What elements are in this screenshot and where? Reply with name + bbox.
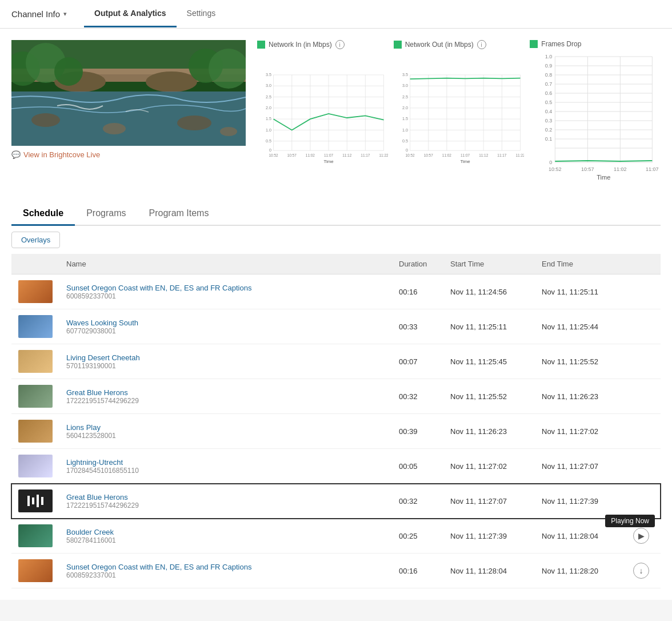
play-button[interactable]: ▶ <box>633 528 649 544</box>
item-name-link[interactable]: Lions Play <box>66 423 101 432</box>
network-in-info-icon[interactable]: i <box>335 40 345 49</box>
item-id: 1702845451016855110 <box>66 467 385 475</box>
item-end-time: Nov 11, 11:27:07 <box>535 449 626 484</box>
svg-point-7 <box>31 113 60 127</box>
item-name-link[interactable]: Great Blue Herons <box>66 493 128 501</box>
item-name-cell: Boulder Creek5802784116001 <box>59 519 392 554</box>
item-name-link[interactable]: Sunset Oregon Coast with EN, DE, ES and … <box>66 284 251 292</box>
item-id: 1722219515744296229 <box>66 501 385 509</box>
svg-text:Time: Time <box>323 159 334 164</box>
item-name-link[interactable]: Living Desert Cheetah <box>66 353 140 362</box>
schedule-section: Schedule Programs Program Items Overlays… <box>11 202 661 588</box>
item-thumbnail <box>18 385 53 408</box>
item-thumbnail <box>18 350 53 373</box>
item-start-time: Nov 11, 11:27:02 <box>443 449 535 484</box>
table-row: Sunset Oregon Coast with EN, DE, ES and … <box>11 554 661 588</box>
item-actions-cell: ↓ <box>626 554 661 588</box>
item-end-time: Nov 11, 11:27:39 <box>535 484 626 519</box>
tab-schedule[interactable]: Schedule <box>11 202 75 226</box>
item-name-cell: Lightning-Utrecht1702845451016855110 <box>59 449 392 484</box>
item-name-link[interactable]: Great Blue Herons <box>66 388 128 397</box>
chevron-down-icon: ▾ <box>63 10 67 18</box>
tab-programs[interactable]: Programs <box>75 202 137 226</box>
item-actions-cell <box>626 309 661 344</box>
svg-text:11:12: 11:12 <box>479 153 488 157</box>
view-in-brightcove-link[interactable]: 💬 View in Brightcove Live <box>11 150 246 159</box>
item-name-link[interactable]: Lightning-Utrecht <box>66 458 123 467</box>
svg-text:11:02: 11:02 <box>306 153 315 157</box>
channel-info-button[interactable]: Channel Info ▾ <box>11 9 67 19</box>
item-name-link[interactable]: Sunset Oregon Coast with EN, DE, ES and … <box>66 563 251 571</box>
item-actions-cell <box>626 449 661 484</box>
item-start-time: Nov 11, 11:25:11 <box>443 309 535 344</box>
svg-text:2.0: 2.0 <box>402 106 408 110</box>
item-actions-cell <box>626 414 661 449</box>
svg-text:11:07: 11:07 <box>646 166 659 172</box>
item-duration: 00:32 <box>392 379 443 414</box>
item-thumbnail-cell <box>11 449 59 484</box>
svg-point-13 <box>54 57 83 86</box>
sub-tab-overlays[interactable]: Overlays <box>11 232 60 248</box>
item-thumbnail <box>18 524 53 547</box>
svg-text:0.7: 0.7 <box>545 81 553 87</box>
tab-settings[interactable]: Settings <box>177 1 226 27</box>
svg-text:0.5: 0.5 <box>545 99 553 105</box>
col-name: Name <box>59 254 392 274</box>
item-start-time: Nov 11, 11:28:04 <box>443 554 535 588</box>
top-nav: Channel Info ▾ Output & Analytics Settin… <box>0 0 672 29</box>
svg-text:11:02: 11:02 <box>614 166 627 172</box>
svg-text:0.2: 0.2 <box>545 127 553 133</box>
item-thumbnail-cell <box>11 484 59 519</box>
item-thumbnail-cell <box>11 274 59 309</box>
svg-text:10:57: 10:57 <box>287 153 297 157</box>
table-row: Waves Looking South607702903800100:33Nov… <box>11 309 661 344</box>
table-row: Lightning-Utrecht170284545101685511000:0… <box>11 449 661 484</box>
item-name-cell: Sunset Oregon Coast with EN, DE, ES and … <box>59 274 392 309</box>
network-out-info-icon[interactable]: i <box>477 40 486 49</box>
item-end-time: Nov 11, 11:25:52 <box>535 344 626 379</box>
item-id: 1722219515744296229 <box>66 397 385 405</box>
item-end-time: Nov 11, 11:27:02 <box>535 414 626 449</box>
network-out-title: Network Out (in Mbps) i <box>394 40 525 49</box>
svg-text:0: 0 <box>550 160 553 165</box>
tab-program-items[interactable]: Program Items <box>138 202 221 226</box>
charts-row: Network In (in Mbps) i <box>257 40 661 185</box>
nav-tabs: Output & Analytics Settings <box>84 1 226 27</box>
network-out-legend-box <box>394 41 402 49</box>
item-thumbnail <box>18 420 53 443</box>
svg-text:10:52: 10:52 <box>549 166 562 172</box>
item-name-link[interactable]: Waves Looking South <box>66 319 138 327</box>
item-thumbnail-cell <box>11 519 59 554</box>
item-thumbnail-cell <box>11 309 59 344</box>
main-content: 💬 View in Brightcove Live Network In (in… <box>0 29 672 600</box>
item-thumbnail-cell <box>11 554 59 588</box>
move-down-button[interactable]: ↓ <box>633 563 649 579</box>
svg-text:2.5: 2.5 <box>402 95 408 99</box>
svg-text:Time: Time <box>597 174 611 181</box>
table-row: Great Blue Herons172221951574429622900:3… <box>11 379 661 414</box>
item-id: 5802784116001 <box>66 536 385 544</box>
item-name-cell: Lions Play5604123528001 <box>59 414 392 449</box>
item-start-time: Nov 11, 11:27:07 <box>443 484 535 519</box>
svg-text:0.6: 0.6 <box>545 90 553 96</box>
col-start-time: Start Time <box>443 254 535 274</box>
tab-output-analytics[interactable]: Output & Analytics <box>84 1 177 27</box>
svg-text:11:02: 11:02 <box>442 153 451 157</box>
item-name-link[interactable]: Boulder Creek <box>66 528 114 536</box>
item-start-time: Nov 11, 11:26:23 <box>443 414 535 449</box>
main-tabs: Schedule Programs Program Items <box>11 202 661 226</box>
svg-text:2.5: 2.5 <box>266 95 271 99</box>
item-name-cell: Living Desert Cheetah5701193190001 <box>59 344 392 379</box>
svg-text:11:12: 11:12 <box>342 153 351 157</box>
item-id: 6008592337001 <box>66 292 385 300</box>
svg-text:10:52: 10:52 <box>405 153 414 157</box>
item-actions-cell: Playing Now <box>626 484 661 519</box>
svg-point-10 <box>220 127 237 136</box>
frames-drop-svg: 1.0 0.9 0.8 0.7 0.6 0.5 0.4 0.3 0.2 0.1 … <box>530 51 661 182</box>
item-duration: 00:16 <box>392 554 443 588</box>
svg-text:11:17: 11:17 <box>497 153 506 157</box>
svg-text:0.4: 0.4 <box>545 109 553 114</box>
col-actions <box>626 254 661 274</box>
svg-text:0.5: 0.5 <box>402 139 408 144</box>
playing-now-badge: Playing Now <box>605 515 655 527</box>
